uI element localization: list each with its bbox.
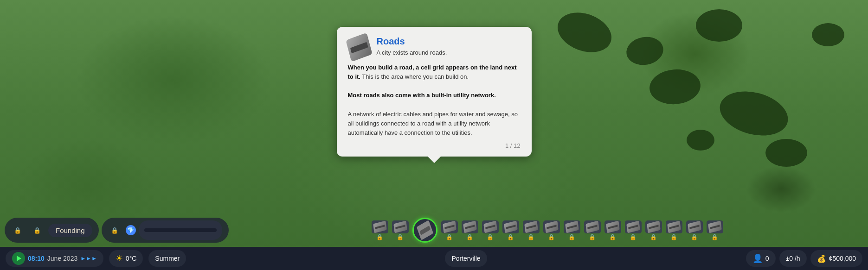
road-icon-13 — [647, 220, 661, 233]
road-icon-3 — [443, 220, 457, 233]
road-icon-14 — [667, 220, 681, 233]
founding-label[interactable]: Founding — [48, 224, 92, 237]
toolbar-icon-12[interactable]: 🔒 — [625, 220, 642, 240]
tooltip-body: When you build a road, a cell grid appea… — [348, 63, 521, 138]
tooltip-title: Roads — [377, 36, 447, 47]
toolbar-icon-8[interactable]: 🔒 — [543, 220, 560, 240]
icon-box-4 — [462, 220, 478, 233]
road-icon-6 — [504, 220, 518, 233]
icon-box-11 — [604, 220, 621, 233]
icon-box-14 — [666, 220, 682, 233]
population-change-display: ±0 /h — [786, 255, 800, 262]
tooltip-pagination: 1 / 12 — [348, 142, 521, 149]
icon-box-16 — [707, 220, 723, 233]
lock-icon-3 — [111, 226, 118, 234]
bottom-ui: Founding 💎 🔒 — [0, 210, 868, 270]
toolbar-icon-11[interactable]: 🔒 — [604, 220, 621, 240]
toolbar-icon-4[interactable]: 🔒 — [462, 220, 478, 240]
lock-badge-2: 🔒 — [397, 234, 404, 240]
road-icon-12 — [626, 220, 640, 233]
toolbar-icon-3[interactable]: 🔒 — [441, 220, 458, 240]
toolbar-icon-13[interactable]: 🔒 — [645, 220, 662, 240]
toolbar-icon-9[interactable]: 🔒 — [564, 220, 580, 240]
progress-pill — [139, 220, 222, 240]
lock-item-3[interactable] — [106, 226, 123, 234]
icon-box-10 — [584, 220, 601, 233]
lock-icon-2 — [33, 226, 41, 234]
lock-badge-4: 🔒 — [466, 234, 473, 240]
toolbar-center: 🔒 🔒 🔒 🔒 — [231, 218, 863, 243]
lock-item-1[interactable] — [9, 226, 26, 234]
lock-badge-11: 🔒 — [609, 234, 616, 240]
road-icon-2 — [393, 220, 407, 233]
icon-box-5 — [482, 220, 499, 233]
progress-track — [144, 228, 217, 232]
lock-badge-16: 🔒 — [711, 234, 718, 240]
icon-box-6 — [502, 220, 519, 233]
tooltip-subtitle: A city exists around roads. — [377, 49, 447, 57]
icon-box-8 — [543, 220, 560, 233]
lock-badge-12: 🔒 — [630, 234, 637, 240]
time-section[interactable]: 08:10 June 2023 ►►► — [6, 250, 103, 267]
icon-box-7 — [523, 220, 540, 233]
toolbar-icon-1[interactable]: 🔒 — [372, 220, 388, 240]
road-icon-9 — [565, 220, 579, 233]
money-icon: 💰 — [817, 254, 826, 263]
toolbar-icon-5[interactable]: 🔒 — [482, 220, 499, 240]
toolbar-icon-6[interactable]: 🔒 — [502, 220, 519, 240]
fast-forward-button[interactable]: ►►► — [80, 255, 97, 262]
toolbar-icon-16[interactable]: 🔒 — [707, 220, 723, 240]
gem-icon: 💎 — [126, 225, 136, 235]
lock-badge-8: 🔒 — [548, 234, 555, 240]
lock-badge-5: 🔒 — [487, 234, 494, 240]
date-display: June 2023 — [47, 255, 77, 262]
lock-item-2[interactable] — [29, 226, 45, 234]
road-icon-16 — [708, 220, 722, 233]
status-right: 👤 0 ±0 /h 💰 ¢500,000 — [746, 250, 862, 267]
population-change-section[interactable]: ±0 /h — [779, 250, 807, 267]
weather-icon: ☀ — [116, 253, 123, 264]
toolbar-icon-7[interactable]: 🔒 — [523, 220, 540, 240]
population-display: 0 — [765, 255, 769, 262]
lock-badge-14: 🔒 — [670, 234, 677, 240]
toolbar-icon-15[interactable]: 🔒 — [686, 220, 703, 240]
play-button[interactable] — [12, 252, 25, 265]
lock-badge-13: 🔒 — [650, 234, 657, 240]
season-section[interactable]: Summer — [148, 250, 186, 267]
icon-box-12 — [625, 220, 642, 233]
status-bar: 08:10 June 2023 ►►► ☀ 0°C Summer Porterv… — [0, 247, 868, 270]
road-icon-1 — [373, 220, 387, 233]
road-icon-4 — [463, 220, 477, 233]
money-display: ¢500,000 — [829, 255, 856, 262]
lock-badge-3: 🔒 — [446, 234, 453, 240]
toolbar-icon-2[interactable]: 🔒 — [392, 220, 409, 240]
tooltip-normal-2: A network of electric cables and pipes f… — [348, 110, 521, 138]
icon-box-15 — [686, 220, 703, 233]
person-icon: 👤 — [752, 253, 763, 264]
active-road-icon — [417, 220, 433, 240]
tooltip-normal-1: This is the area where you can build on. — [360, 73, 469, 80]
road-icon-10 — [585, 220, 599, 233]
toolbar-second: 💎 — [102, 218, 229, 243]
toolbar-active-item[interactable] — [412, 218, 437, 243]
lock-badge-6: 🔒 — [507, 234, 514, 240]
toolbar-icon-10[interactable]: 🔒 — [584, 220, 601, 240]
icon-box-3 — [441, 220, 458, 233]
temperature-section[interactable]: ☀ 0°C — [109, 250, 143, 267]
road-icon-7 — [524, 220, 538, 233]
lock-badge-1: 🔒 — [376, 234, 383, 240]
toolbar-left: Founding — [5, 218, 99, 243]
toolbar-icon-14[interactable]: 🔒 — [666, 220, 682, 240]
road-icon-8 — [545, 220, 559, 233]
icon-box-2 — [392, 220, 409, 233]
tooltip-panel: Roads A city exists around roads. When y… — [337, 27, 532, 157]
lock-badge-7: 🔒 — [527, 234, 534, 240]
tooltip-header: Roads A city exists around roads. — [348, 36, 521, 58]
road-icon-5 — [483, 220, 497, 233]
lock-icon-1 — [14, 226, 21, 234]
time-display: 08:10 — [28, 255, 45, 262]
lock-badge-15: 🔒 — [691, 234, 698, 240]
population-section[interactable]: 👤 0 — [746, 250, 776, 267]
money-section[interactable]: 💰 ¢500,000 — [810, 250, 862, 267]
city-section[interactable]: Porterville — [445, 250, 487, 267]
